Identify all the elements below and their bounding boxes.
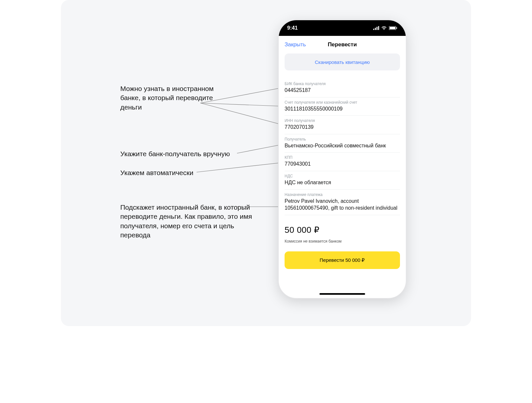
payee-field[interactable]: Получатель Вьетнамско-Российский совмест… [285,134,400,153]
payee-label: Получатель [285,137,400,142]
fee-note: Комиссия не взимается банком [285,239,400,244]
svg-rect-12 [396,27,397,29]
wifi-icon [381,26,387,30]
annotation-foreign-bank-info: Можно узнать в иностранном банке, в кото… [120,84,225,112]
phone-notch [313,20,372,30]
kpp-value: 770943001 [285,160,400,168]
nds-field[interactable]: НДС НДС не облагается [285,171,400,190]
kpp-field[interactable]: КПП 770943001 [285,153,400,171]
annotation-payment-purpose: Подскажет иностранный банк, в который пе… [120,203,257,240]
inn-label: ИНН получателя [285,118,400,123]
nav-bar: Закрыть Перевести [279,36,406,53]
connector-lines [61,0,471,326]
kpp-label: КПП [285,155,400,160]
amount-value: 50 000 ₽ [285,225,400,235]
nds-value: НДС не облагается [285,179,400,186]
annotation-recipient-bank: Укажите банк-получатель вручную [120,149,257,158]
nds-label: НДС [285,174,400,178]
inn-field[interactable]: ИНН получателя 7702070139 [285,116,400,134]
svg-rect-7 [375,28,376,30]
svg-rect-6 [373,29,374,30]
form-content: Сканировать квитанцию БИК банка получате… [279,53,406,275]
payee-value: Вьетнамско-Российский совместный банк [285,142,400,149]
battery-icon [389,26,397,30]
inn-value: 7702070139 [285,124,400,131]
purpose-label: Назначение платежа [285,192,400,197]
account-field[interactable]: Счет получателя или казначейский счет 30… [285,97,400,116]
status-time: 9:41 [287,25,298,31]
close-button[interactable]: Закрыть [285,41,306,48]
bik-field[interactable]: БИК банка получателя 044525187 [285,79,400,97]
bik-value: 044525187 [285,87,400,94]
annotation-auto-fill: Укажем автоматически [120,168,257,177]
bik-label: БИК банка получателя [285,82,400,86]
svg-rect-9 [378,26,379,30]
transfer-button[interactable]: Перевести 50 000 ₽ [285,251,400,269]
phone-frame: 9:41 Закрыть Перевести Сканировать квита… [278,20,406,299]
account-label: Счет получателя или казначейский счет [285,100,400,105]
diagram-canvas: Можно узнать в иностранном банке, в кото… [61,0,471,326]
account-value: 30111810355550000109 [285,105,400,112]
scan-receipt-button[interactable]: Сканировать квитанцию [285,53,400,70]
cellular-icon [373,26,379,30]
purpose-value: Petrov Pavel Ivanovich, account 10561000… [285,198,400,212]
svg-rect-11 [390,27,395,29]
home-indicator[interactable] [319,293,365,295]
page-title: Перевести [328,41,357,48]
purpose-field[interactable]: Назначение платежа Petrov Pavel Ivanovic… [285,190,400,215]
svg-rect-8 [377,27,377,30]
